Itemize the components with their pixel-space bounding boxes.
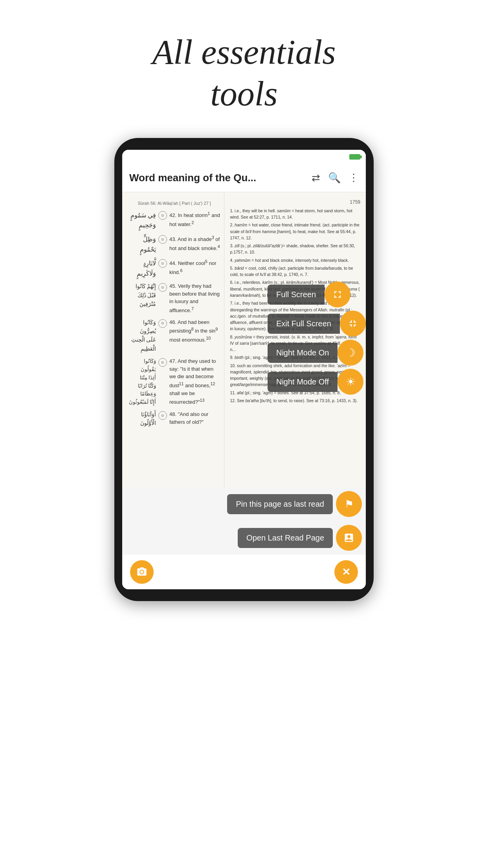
- arabic-42: فِي سَمُومٍوَجَحِيمٍ: [128, 210, 156, 230]
- title-section: All essentialstools: [152, 31, 336, 114]
- book-page: Sūrah 56: Al-Wāqi'ah [ Part ( Juz') 27 ]…: [122, 192, 366, 487]
- pin-last-read-button[interactable]: Pin this page as last read: [227, 494, 333, 514]
- exit-full-screen-button[interactable]: Exit Full Screen: [268, 314, 340, 334]
- verse-bullet-42: ⊙: [158, 211, 167, 220]
- table-row: فِي سَمُومٍوَجَحِيمٍ ⊙ 42. In heat storm…: [128, 210, 220, 230]
- camera-button[interactable]: [130, 560, 154, 584]
- arabic-46: وَكَانُوايُصِرُّونَعَلَى الْحِنثِالْعَظِ…: [128, 318, 156, 354]
- svg-point-0: [140, 570, 143, 573]
- exit-full-screen-row: Exit Full Screen: [268, 311, 366, 337]
- table-row: وَكَانُوايَقُولُونَأَئِذَا مِتْنَاوَكُنَ…: [128, 357, 220, 406]
- pin-last-read-circle[interactable]: ⚑: [336, 491, 362, 517]
- app-bar-icons: ⇄ 🔍 ⋮: [312, 172, 359, 184]
- app-title: Word meaning of the Qu...: [129, 172, 312, 184]
- verse-text-42: 42. In heat storm1 and hot water.2: [169, 210, 220, 228]
- menu-icon[interactable]: ⋮: [349, 172, 359, 184]
- arabic-47: وَكَانُوايَقُولُونَأَئِذَا مِتْنَاوَكُنَ…: [128, 357, 156, 406]
- night-mode-on-row: Night Mode On ☽: [268, 340, 366, 366]
- action-buttons-section: Pin this page as last read ⚑ Open Last R…: [122, 487, 366, 555]
- phone-screen: Word meaning of the Qu... ⇄ 🔍 ⋮ Sūrah 56…: [122, 150, 366, 589]
- verse-text-47: 47. And they used to say: "Is it that wh…: [169, 357, 220, 406]
- verse-text-43: 43. And in a shade3 of hot and black smo…: [169, 234, 220, 252]
- full-screen-button[interactable]: Full Screen: [268, 285, 325, 305]
- verse-bullet-48: ⊙: [158, 411, 167, 420]
- overlay-buttons: Full Screen Exit Full Screen Night Mode …: [268, 192, 366, 487]
- verse-bullet-44: ⊙: [158, 259, 167, 268]
- book-left-column: Sūrah 56: Al-Wāqi'ah [ Part ( Juz') 27 ]…: [122, 192, 224, 487]
- night-mode-off-row: Night Mode Off ☀: [268, 369, 366, 395]
- app-bar: Word meaning of the Qu... ⇄ 🔍 ⋮: [122, 164, 366, 192]
- full-screen-row: Full Screen: [268, 281, 366, 307]
- verse-text-45: 45. Verily they had been before that liv…: [169, 282, 220, 314]
- verse-bullet-43: ⊙: [158, 235, 167, 244]
- table-row: إِنَّهُمْ كَانُواقَبْلَ ذَٰلِكَمُتْرَفِي…: [128, 282, 220, 314]
- night-mode-off-circle[interactable]: ☀: [338, 369, 363, 395]
- close-button[interactable]: ✕: [334, 560, 358, 584]
- page-title: All essentialstools: [152, 31, 336, 114]
- book-header-left: Sūrah 56: Al-Wāqi'ah [ Part ( Juz') 27 ]: [128, 200, 220, 207]
- arabic-43: وَظِلٍّيَحْمُومٍ: [128, 234, 156, 254]
- verse-bullet-45: ⊙: [158, 283, 167, 292]
- night-mode-on-button[interactable]: Night Mode On: [268, 343, 338, 363]
- full-screen-circle[interactable]: [325, 281, 350, 307]
- night-mode-off-button[interactable]: Night Mode Off: [268, 372, 338, 392]
- verse-bullet-46: ⊙: [158, 319, 167, 328]
- verse-text-44: 44. Neither cool5 nor kind.6: [169, 258, 220, 276]
- open-last-read-row: Open Last Read Page: [122, 521, 366, 555]
- arabic-48: أَوَآبَاؤُنَاالْأَوَّلُونَ: [128, 410, 156, 428]
- table-row: وَكَانُوايُصِرُّونَعَلَى الْحِنثِالْعَظِ…: [128, 318, 220, 354]
- open-last-read-circle[interactable]: [336, 525, 362, 551]
- battery-icon: [349, 154, 360, 160]
- swap-icon[interactable]: ⇄: [312, 172, 320, 184]
- table-row: لَّابَارِدٍوَلَاكَرِيمٍ ⊙ 44. Neither co…: [128, 258, 220, 278]
- verse-text-48: 48. "And also our fathers of old?": [169, 410, 220, 426]
- exit-full-screen-circle[interactable]: [340, 311, 366, 337]
- phone-frame: Word meaning of the Qu... ⇄ 🔍 ⋮ Sūrah 56…: [114, 138, 374, 601]
- arabic-44: لَّابَارِدٍوَلَاكَرِيمٍ: [128, 258, 156, 278]
- verse-text-46: 46. And had been persisting8 in the sin9…: [169, 318, 220, 344]
- table-row: وَظِلٍّيَحْمُومٍ ⊙ 43. And in a shade3 o…: [128, 234, 220, 254]
- status-bar: [122, 150, 366, 164]
- verse-bullet-47: ⊙: [158, 358, 167, 367]
- table-row: أَوَآبَاؤُنَاالْأَوَّلُونَ ⊙ 48. "And al…: [128, 410, 220, 428]
- search-icon[interactable]: 🔍: [328, 172, 341, 184]
- night-mode-on-circle[interactable]: ☽: [338, 340, 363, 366]
- open-last-read-button[interactable]: Open Last Read Page: [238, 528, 333, 548]
- pin-last-read-row: Pin this page as last read ⚑: [122, 487, 366, 521]
- bottom-bar: ✕: [122, 555, 366, 589]
- arabic-45: إِنَّهُمْ كَانُواقَبْلَ ذَٰلِكَمُتْرَفِي…: [128, 282, 156, 309]
